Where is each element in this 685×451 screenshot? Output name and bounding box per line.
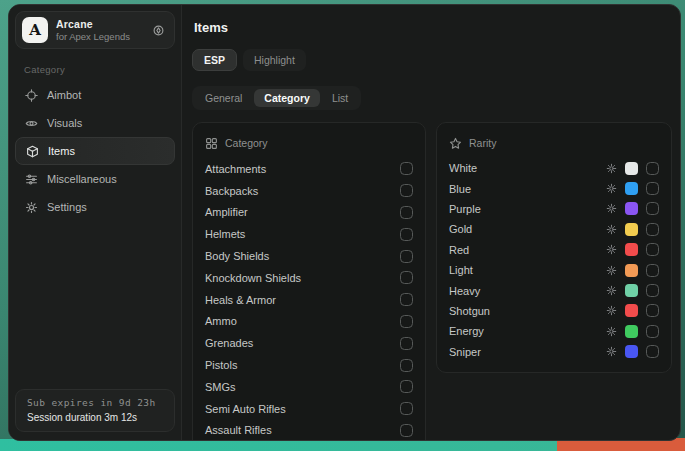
gear-icon[interactable] bbox=[606, 224, 617, 235]
checkbox[interactable] bbox=[646, 182, 659, 195]
category-row: Body Shields bbox=[205, 245, 413, 267]
gear-icon[interactable] bbox=[606, 183, 617, 194]
view-tab-list[interactable]: List bbox=[322, 89, 358, 107]
rarity-row-label: White bbox=[449, 162, 477, 174]
rarity-panel: Rarity WhiteBluePurpleGoldRedLightHeavyS… bbox=[436, 122, 672, 373]
category-row-label: Heals & Armor bbox=[205, 294, 276, 306]
color-swatch[interactable] bbox=[625, 202, 638, 215]
checkbox[interactable] bbox=[646, 325, 659, 338]
checkbox[interactable] bbox=[646, 345, 659, 358]
checkbox[interactable] bbox=[646, 243, 659, 256]
gear-icon[interactable] bbox=[606, 244, 617, 255]
checkbox[interactable] bbox=[400, 184, 413, 197]
crosshair-icon bbox=[25, 89, 38, 102]
rarity-list: WhiteBluePurpleGoldRedLightHeavyShotgunE… bbox=[449, 158, 659, 362]
color-swatch[interactable] bbox=[625, 243, 638, 256]
gear-icon[interactable] bbox=[606, 346, 617, 357]
color-swatch[interactable] bbox=[625, 325, 638, 338]
view-tab-general[interactable]: General bbox=[195, 89, 252, 107]
checkbox[interactable] bbox=[400, 162, 413, 175]
category-row-label: Attachments bbox=[205, 163, 266, 175]
gear-icon[interactable] bbox=[606, 326, 617, 337]
subscription-status-card: Sub expires in 9d 23h Session duration 3… bbox=[15, 389, 175, 432]
rarity-panel-header: Rarity bbox=[449, 130, 659, 156]
checkbox[interactable] bbox=[400, 337, 413, 350]
color-swatch[interactable] bbox=[625, 304, 638, 317]
app-logo: A bbox=[22, 17, 48, 43]
color-swatch[interactable] bbox=[625, 284, 638, 297]
rarity-row: Sniper bbox=[449, 342, 659, 362]
checkbox[interactable] bbox=[646, 162, 659, 175]
app-meta: Arcane for Apex Legends bbox=[56, 18, 130, 42]
compass-icon[interactable] bbox=[152, 24, 165, 37]
category-row: Semi Auto Rifles bbox=[205, 398, 413, 420]
gear-icon[interactable] bbox=[606, 203, 617, 214]
color-swatch[interactable] bbox=[625, 345, 638, 358]
category-row: Attachments bbox=[205, 158, 413, 180]
checkbox[interactable] bbox=[400, 228, 413, 241]
sidebar-item-items[interactable]: Items bbox=[15, 137, 175, 165]
color-swatch[interactable] bbox=[625, 264, 638, 277]
session-duration-label: Session duration bbox=[27, 412, 102, 423]
category-row-label: Ammo bbox=[205, 315, 237, 327]
category-row: Amplifier bbox=[205, 202, 413, 224]
category-row-label: Pistols bbox=[205, 359, 237, 371]
sidebar-item-visuals[interactable]: Visuals bbox=[15, 109, 175, 137]
category-row-label: Grenades bbox=[205, 337, 253, 349]
mode-tabs: ESPHighlight bbox=[192, 49, 672, 71]
color-swatch[interactable] bbox=[625, 223, 638, 236]
category-panel-header: Category bbox=[205, 130, 413, 156]
gear-icon[interactable] bbox=[606, 265, 617, 276]
sidebar-section-label: Category bbox=[24, 64, 175, 75]
sidebar-item-aimbot[interactable]: Aimbot bbox=[15, 81, 175, 109]
checkbox[interactable] bbox=[400, 293, 413, 306]
sidebar-item-settings[interactable]: Settings bbox=[15, 193, 175, 221]
category-row-label: Helmets bbox=[205, 228, 245, 240]
rarity-row-controls bbox=[606, 162, 659, 175]
gear-icon[interactable] bbox=[606, 163, 617, 174]
checkbox[interactable] bbox=[400, 359, 413, 372]
checkbox[interactable] bbox=[400, 250, 413, 263]
checkbox[interactable] bbox=[400, 271, 413, 284]
category-row: Heals & Armor bbox=[205, 289, 413, 311]
arcane-window: A Arcane for Apex Legends Category Aimbo… bbox=[8, 4, 681, 441]
tab-esp[interactable]: ESP bbox=[192, 49, 237, 71]
tab-highlight[interactable]: Highlight bbox=[243, 49, 306, 71]
rarity-row-label: Heavy bbox=[449, 285, 480, 297]
rarity-row-label: Energy bbox=[449, 325, 484, 337]
color-swatch[interactable] bbox=[625, 162, 638, 175]
category-row: Pistols bbox=[205, 354, 413, 376]
rarity-row-label: Gold bbox=[449, 223, 472, 235]
checkbox[interactable] bbox=[646, 202, 659, 215]
sidebar-item-label: Visuals bbox=[47, 117, 82, 129]
rarity-row-label: Purple bbox=[449, 203, 481, 215]
category-row-label: SMGs bbox=[205, 381, 236, 393]
view-tabs: GeneralCategoryList bbox=[192, 86, 361, 110]
rarity-row-controls bbox=[606, 304, 659, 317]
checkbox[interactable] bbox=[400, 380, 413, 393]
app-name: Arcane bbox=[56, 18, 130, 30]
rarity-row: Purple bbox=[449, 199, 659, 219]
gear-icon bbox=[25, 201, 38, 214]
checkbox[interactable] bbox=[400, 206, 413, 219]
gear-icon[interactable] bbox=[606, 305, 617, 316]
checkbox[interactable] bbox=[400, 424, 413, 437]
checkbox[interactable] bbox=[646, 304, 659, 317]
category-row: Grenades bbox=[205, 332, 413, 354]
sidebar-item-label: Miscellaneous bbox=[47, 173, 117, 185]
checkbox[interactable] bbox=[400, 402, 413, 415]
rarity-row: Energy bbox=[449, 321, 659, 341]
checkbox[interactable] bbox=[646, 284, 659, 297]
category-row: SMGs bbox=[205, 376, 413, 398]
sidebar-item-miscellaneous[interactable]: Miscellaneous bbox=[15, 165, 175, 193]
color-swatch[interactable] bbox=[625, 182, 638, 195]
checkbox[interactable] bbox=[400, 315, 413, 328]
gear-icon[interactable] bbox=[606, 285, 617, 296]
sidebar-item-label: Aimbot bbox=[47, 89, 81, 101]
rarity-row: Red bbox=[449, 240, 659, 260]
checkbox[interactable] bbox=[646, 264, 659, 277]
rarity-row: White bbox=[449, 158, 659, 178]
box-icon bbox=[26, 145, 39, 158]
view-tab-category[interactable]: Category bbox=[254, 89, 320, 107]
checkbox[interactable] bbox=[646, 223, 659, 236]
